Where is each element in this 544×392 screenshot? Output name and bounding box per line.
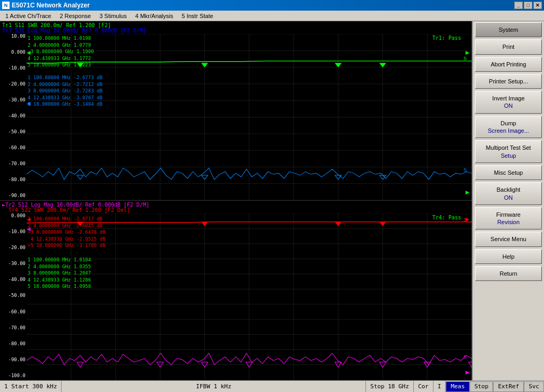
service-menu-button[interactable]: Service Menu: [475, 232, 542, 246]
svg-marker-56: [379, 222, 386, 226]
maximize-button[interactable]: □: [524, 2, 532, 9]
backlight-button[interactable]: BacklightON: [475, 182, 542, 205]
chart-bottom-panel: ►Tr2 S12 Log Mag 10.00dB/ Ref 0.000dB [F…: [0, 201, 472, 380]
svg-marker-25: [77, 175, 83, 180]
dump-screen-button[interactable]: DumpScreen Image...: [475, 116, 542, 139]
svg-marker-23: [335, 63, 342, 67]
menu-bar: 1 Active Ch/Trace 2 Response 3 Stimulus …: [0, 11, 544, 21]
svg-text:5: 5: [464, 354, 467, 360]
status-cor: Cor: [414, 381, 434, 392]
help-button[interactable]: Help: [475, 249, 542, 264]
svg-marker-54: [201, 222, 208, 226]
menu-active-ch[interactable]: 1 Active Ch/Trace: [1, 12, 55, 20]
minimize-button[interactable]: _: [514, 2, 523, 9]
right-panel: System Print Abort Printing Printer Setu…: [472, 21, 544, 380]
tab-svc[interactable]: Svc: [524, 381, 544, 392]
status-ifbw: IFBW 1 kHz: [62, 381, 366, 392]
tab-meas[interactable]: Meas: [446, 381, 470, 392]
bottom-y-axis: 0.000 -10.00 -20.00 -30.00 -40.00 -50.00…: [1, 214, 26, 378]
status-start: 1 Start 300 kHz: [0, 381, 62, 392]
window-title: E5071C Network Analyzer: [12, 2, 90, 9]
title-bar: N E5071C Network Analyzer _ □ ✕: [0, 0, 544, 11]
top-trace3-label: Tr3 S21 Log Mag 10.00dB/ Ref 0.000dB [F2…: [2, 28, 146, 33]
misc-setup-button[interactable]: Misc Setup: [475, 165, 542, 180]
status-stop: Stop 18 GHz: [366, 381, 414, 392]
svg-marker-55: [335, 222, 342, 226]
app-icon: N: [2, 2, 10, 9]
tab-stop[interactable]: Stop: [470, 381, 494, 392]
print-button[interactable]: Print: [475, 39, 542, 54]
svg-text:5: 5: [464, 167, 467, 173]
bottom-trace4-label: Tr4 S22 SWR 200.0m/ Ref 1.200 [F2 Del]: [2, 207, 130, 213]
chart-area: Tr1 S11 SWR 200.0m/ Ref 1.200 [F2] Tr3 S…: [0, 21, 472, 380]
firmware-revision-button[interactable]: FirmwareRevision: [475, 207, 542, 230]
chart-top-panel: Tr1 S11 SWR 200.0m/ Ref 1.200 [F2] Tr3 S…: [0, 21, 472, 201]
svg-marker-21: [77, 63, 83, 67]
svg-marker-24: [379, 63, 386, 67]
svg-text:5: 5: [464, 55, 467, 61]
bottom-chart-svg: 5 5: [27, 214, 472, 380]
multiport-button[interactable]: Multiport Test SetSetup: [475, 140, 542, 163]
svg-marker-22: [201, 63, 208, 67]
top-chart-svg: 5 5: [27, 34, 472, 200]
window-controls[interactable]: _ □ ✕: [514, 2, 542, 9]
main-layout: Tr1 S11 SWR 200.0m/ Ref 1.200 [F2] Tr3 S…: [0, 21, 544, 380]
printer-setup-button[interactable]: Printer Setup...: [475, 74, 542, 89]
invert-image-button[interactable]: Invert ImageON: [475, 91, 542, 114]
menu-instr[interactable]: 5 Instr State: [177, 12, 217, 20]
menu-mkr[interactable]: 4 Mkr/Analysis: [131, 12, 177, 20]
status-bar: 1 Start 300 kHz IFBW 1 kHz Stop 18 GHz C…: [0, 380, 544, 392]
menu-stimulus[interactable]: 3 Stimulus: [95, 12, 131, 20]
abort-printing-button[interactable]: Abort Printing: [475, 57, 542, 72]
system-button[interactable]: System: [475, 22, 542, 37]
status-flag: I: [434, 381, 446, 392]
return-button[interactable]: Return: [475, 266, 542, 281]
top-y-axis: 10.00 0.000 -10.00 -20.00 -30.00 -40.00 …: [1, 34, 26, 198]
close-button[interactable]: ✕: [533, 2, 542, 9]
svg-text:5: 5: [464, 217, 467, 223]
svg-marker-53: [77, 222, 83, 226]
menu-response[interactable]: 2 Response: [55, 12, 95, 20]
tab-extref[interactable]: ExtRef: [493, 381, 524, 392]
